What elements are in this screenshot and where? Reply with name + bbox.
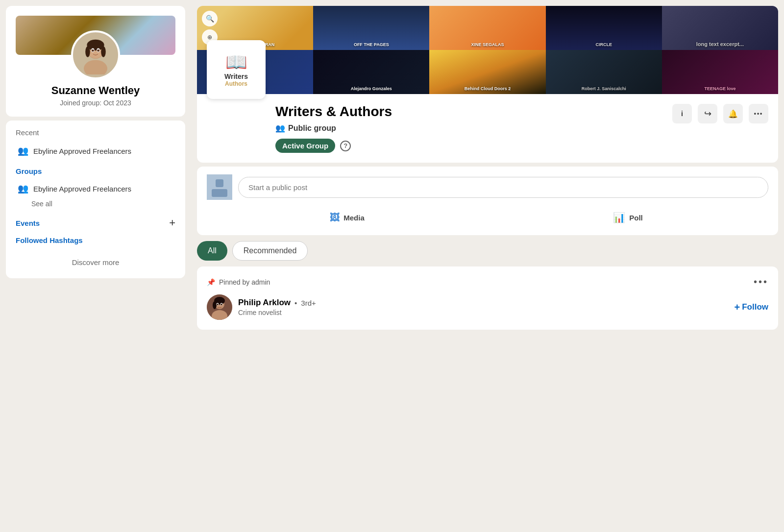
group-logo: 📖 Writers Authors (207, 40, 266, 99)
recent-label: Recent (16, 128, 175, 137)
group-actions: i ↪ 🔔 ••• (672, 104, 768, 123)
svg-point-5 (101, 46, 106, 57)
follow-button[interactable]: + Follow (734, 302, 768, 313)
events-row: Events + (16, 217, 175, 229)
group-type: 👥 Public group (275, 123, 768, 133)
profile-joined: Joined group: Oct 2023 (60, 99, 131, 107)
sidebar-groups-label[interactable]: Groups (16, 167, 175, 175)
media-button[interactable]: 🖼 Media (207, 207, 488, 228)
svg-point-20 (217, 304, 219, 306)
book-cover-10: TEENAGE love (662, 50, 778, 94)
book-label-4: CIRCLE (546, 42, 662, 47)
book-cover-4: CIRCLE (546, 6, 662, 50)
badge-help-button[interactable]: ? (340, 141, 351, 151)
pin-icon: 📌 (207, 278, 215, 286)
groups-icon: 👥 (18, 145, 28, 156)
current-user-avatar (207, 174, 232, 200)
author-degree-value: 3rd+ (301, 299, 316, 307)
book-label-2: OFF THE PAGES (313, 42, 429, 47)
book-col-2: OFF THE PAGES Alejandro Gonzales (313, 6, 429, 94)
see-all-link[interactable]: See all (16, 198, 175, 210)
discover-more-link[interactable]: Discover more (16, 254, 175, 270)
more-icon: ••• (754, 110, 763, 117)
group-info: i ↪ 🔔 ••• Writers & Authors 👥 Public gro… (197, 94, 778, 163)
svg-point-9 (97, 49, 99, 52)
cover-search-button[interactable]: 🔍 (202, 11, 218, 26)
group-type-label: Public group (288, 124, 336, 133)
profile-card: Suzanne Wentley Joined group: Oct 2023 (6, 6, 185, 117)
book-label-10: TEENAGE love (662, 86, 778, 91)
post-box-card: 🖼 Media 📊 Poll (197, 167, 778, 235)
recent-group-name: Ebyline Approved Freelancers (33, 147, 131, 155)
info-icon: i (681, 110, 683, 118)
group-logo-text-authors: Authors (225, 80, 247, 87)
tab-all[interactable]: All (197, 241, 227, 261)
group-logo-icon: 📖 (225, 52, 247, 73)
book-col-4: CIRCLE Robert J. Saniscalchi (546, 6, 662, 94)
share-button[interactable]: ↪ (698, 104, 717, 123)
book-label-9: long text excerpt... (662, 41, 778, 47)
author-degree: • (294, 299, 297, 307)
public-group-icon: 👥 (275, 123, 285, 133)
sidebar: Suzanne Wentley Joined group: Oct 2023 R… (0, 0, 191, 532)
book-cover-9: long text excerpt... (662, 6, 778, 50)
post-box-top (207, 174, 768, 200)
sidebar-item-recent-group[interactable]: 👥 Ebyline Approved Freelancers (16, 142, 175, 160)
followed-hashtags-label[interactable]: Followed Hashtags (16, 236, 175, 244)
follow-plus-icon: + (734, 302, 740, 313)
svg-point-17 (213, 301, 217, 309)
book-cover-6: Alejandro Gonzales (313, 50, 429, 94)
share-icon: ↪ (704, 108, 711, 119)
main-content: MARGARET TRAN A Mystery OFF THE PAGES Al… (191, 0, 784, 532)
book-label-7: Behind Cloud Doors 2 (429, 86, 545, 91)
active-group-badge: Active Group (275, 139, 335, 153)
more-options-button[interactable]: ••• (749, 104, 768, 123)
svg-point-4 (85, 46, 90, 57)
group-cover-image: MARGARET TRAN A Mystery OFF THE PAGES Al… (197, 6, 778, 94)
avatar (71, 30, 120, 79)
group-badge-row: Active Group ? (275, 139, 768, 153)
group-cover-wrapper: MARGARET TRAN A Mystery OFF THE PAGES Al… (197, 6, 778, 94)
events-label[interactable]: Events (16, 219, 40, 227)
book-cover-3: XINE SEGALAS (429, 6, 545, 50)
post-more-button[interactable]: ••• (754, 276, 768, 288)
groups-group-name: Ebyline Approved Freelancers (33, 185, 131, 193)
media-icon: 🖼 (330, 212, 340, 223)
author-title: Crime novelist (238, 309, 316, 316)
svg-point-21 (220, 304, 222, 306)
group-header-card: MARGARET TRAN A Mystery OFF THE PAGES Al… (197, 6, 778, 163)
groups-icon-2: 👥 (18, 183, 28, 194)
filter-tabs: All Recommended (197, 239, 778, 263)
pinned-by-text: Pinned by admin (219, 278, 270, 286)
nav-card: Recent 👥 Ebyline Approved Freelancers Gr… (6, 121, 185, 278)
follow-label: Follow (742, 302, 768, 312)
bell-icon: 🔔 (728, 109, 738, 119)
book-cover-2: OFF THE PAGES (313, 6, 429, 50)
pinned-post-card: 📌 Pinned by admin ••• (197, 266, 778, 330)
book-cover-8: Robert J. Saniscalchi (546, 50, 662, 94)
tab-recommended[interactable]: Recommended (232, 241, 308, 261)
book-label-6: Alejandro Gonzales (313, 86, 429, 91)
post-pinned-header: 📌 Pinned by admin ••• (207, 276, 768, 288)
svg-rect-11 (216, 179, 223, 187)
sidebar-item-groups-group[interactable]: 👥 Ebyline Approved Freelancers (16, 179, 175, 198)
notifications-button[interactable]: 🔔 (723, 104, 743, 123)
book-col-3: XINE SEGALAS Behind Cloud Doors 2 (429, 6, 545, 94)
svg-point-1 (84, 60, 107, 74)
book-label-8: Robert J. Saniscalchi (546, 86, 662, 91)
media-label: Media (343, 214, 365, 222)
add-event-button[interactable]: + (169, 217, 175, 229)
book-cover-7: Behind Cloud Doors 2 (429, 50, 545, 94)
author-info: Philip Arklow • 3rd+ Crime novelist (238, 298, 316, 316)
book-label-3: XINE SEGALAS (429, 42, 545, 47)
info-button[interactable]: i (672, 104, 692, 123)
svg-point-8 (92, 49, 94, 52)
poll-label: Poll (629, 214, 643, 222)
post-input-field[interactable] (238, 177, 768, 198)
poll-button[interactable]: 📊 Poll (488, 207, 768, 228)
author-name: Philip Arklow (238, 298, 291, 308)
poll-icon: 📊 (613, 212, 625, 223)
author-avatar (207, 294, 232, 320)
profile-name: Suzanne Wentley (51, 84, 140, 97)
book-col-5: long text excerpt... TEENAGE love (662, 6, 778, 94)
